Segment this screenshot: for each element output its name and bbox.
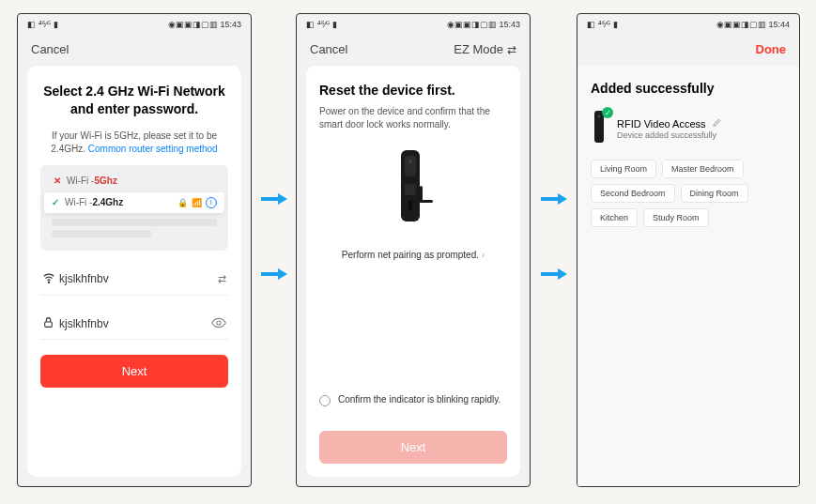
device-name: RFID Video Access <box>617 118 706 130</box>
device-row: ✓ RFID Video Access Device added success… <box>591 111 786 146</box>
radio-unchecked-icon[interactable] <box>319 395 331 406</box>
room-chip-list: Living RoomMaster BedroomSecond BedroomD… <box>591 160 786 227</box>
ssid-value: kjslkhfnbv <box>59 272 218 285</box>
main-card: Reset the device first. Power on the dev… <box>306 66 520 477</box>
room-chip[interactable]: Master Bedroom <box>662 160 744 178</box>
status-time: 15:43 <box>499 20 520 29</box>
eye-icon[interactable] <box>211 317 226 330</box>
svg-marker-15 <box>278 268 287 280</box>
swap-icon[interactable]: ⇄ <box>218 273 226 285</box>
device-image <box>319 150 507 237</box>
router-method-link[interactable]: Common router setting method <box>88 144 218 154</box>
svg-rect-1 <box>45 322 53 327</box>
lock-icon: 🔒 <box>177 198 188 207</box>
phone-screen-2: ◧ ⁴⁶⁄ᴳ ▮ ◉▣▣◨▢▥ 15:43 Cancel EZ Mode ⇄ R… <box>296 13 531 487</box>
password-field[interactable]: kjslkhfnbv <box>40 313 228 340</box>
success-check-icon: ✓ <box>602 107 613 118</box>
status-right-icons: ◉▣▣◨▢▥ <box>447 20 497 29</box>
next-button[interactable]: Next <box>40 355 228 388</box>
status-left-icons: ◧ ⁴⁶⁄ᴳ ▮ <box>27 20 58 29</box>
room-chip[interactable]: Second Bedroom <box>591 184 675 203</box>
status-bar: ◧ ⁴⁶⁄ᴳ ▮ ◉▣▣◨▢▥ 15:44 <box>577 14 799 35</box>
device-status: Device added successfully <box>617 130 786 140</box>
flow-arrow-icon <box>541 192 567 206</box>
cancel-button[interactable]: Cancel <box>310 42 357 56</box>
svg-point-0 <box>48 282 49 283</box>
info-icon: i <box>206 197 217 208</box>
svg-point-11 <box>598 115 601 118</box>
phone-screen-3: ◧ ⁴⁶⁄ᴳ ▮ ◉▣▣◨▢▥ 15:44 Done Added success… <box>577 13 800 487</box>
password-value: kjslkhfnbv <box>59 317 211 330</box>
next-button-disabled: Next <box>319 431 507 464</box>
status-left-icons: ◧ ⁴⁶⁄ᴳ ▮ <box>306 20 337 29</box>
wifi-signal-icon: 📶 <box>192 198 202 207</box>
svg-rect-9 <box>420 200 433 203</box>
svg-rect-6 <box>405 184 416 195</box>
x-icon: ✕ <box>54 176 61 186</box>
svg-point-2 <box>217 321 221 325</box>
wifi-icon <box>42 271 59 287</box>
chevron-right-icon: › <box>482 250 485 260</box>
status-time: 15:43 <box>220 20 241 29</box>
page-subtitle: If your Wi-Fi is 5GHz, please set it to … <box>40 130 228 156</box>
phone-screen-1: ◧ ⁴⁶⁄ᴳ ▮ ◉▣▣◨▢▥ 15:43 Cancel Select 2.4 … <box>17 13 252 487</box>
room-chip[interactable]: Dining Room <box>681 184 748 203</box>
svg-marker-13 <box>278 193 287 205</box>
nav-bar: Done <box>577 35 799 66</box>
pairing-instructions-link[interactable]: Perform net pairing as prompted. › <box>319 250 507 260</box>
ssid-field[interactable]: kjslkhfnbv ⇄ <box>40 267 228 296</box>
mode-selector[interactable]: EZ Mode ⇄ <box>454 42 516 56</box>
status-bar: ◧ ⁴⁶⁄ᴳ ▮ ◉▣▣◨▢▥ 15:43 <box>18 14 251 35</box>
lock-icon <box>42 316 59 331</box>
check-icon: ✓ <box>52 197 59 207</box>
wifi-5ghz-row: ✕ Wi-Fi - 5Ghz <box>46 171 223 191</box>
wifi-example-box: ✕ Wi-Fi - 5Ghz ✓ Wi-Fi - 2.4Ghz 🔒 📶 i <box>40 165 228 251</box>
flow-arrow-icon <box>261 267 287 281</box>
status-left-icons: ◧ ⁴⁶⁄ᴳ ▮ <box>587 20 618 29</box>
room-chip[interactable]: Living Room <box>591 160 656 178</box>
flow-arrow-icon <box>541 267 567 281</box>
swap-icon: ⇄ <box>507 43 516 56</box>
status-right-icons: ◉▣▣◨▢▥ <box>716 20 766 29</box>
svg-point-5 <box>408 160 412 163</box>
edit-icon[interactable] <box>712 117 722 130</box>
svg-marker-19 <box>558 268 567 280</box>
cancel-button[interactable]: Cancel <box>31 42 78 56</box>
main-card: Added successfully ✓ RFID Video Access D… <box>577 66 799 486</box>
nav-bar: Cancel <box>18 35 251 66</box>
room-chip[interactable]: Kitchen <box>591 208 638 227</box>
svg-marker-17 <box>558 193 567 205</box>
status-right-icons: ◉▣▣◨▢▥ <box>168 20 218 29</box>
nav-bar: Cancel EZ Mode ⇄ <box>297 35 530 66</box>
flow-arrow-icon <box>261 192 287 206</box>
device-thumbnail: ✓ <box>591 111 608 146</box>
svg-rect-4 <box>405 156 416 176</box>
page-title: Reset the device first. <box>319 83 507 98</box>
main-card: Select 2.4 GHz Wi-Fi Network and enter p… <box>27 66 241 477</box>
page-title: Select 2.4 GHz Wi-Fi Network and enter p… <box>40 83 228 118</box>
room-chip[interactable]: Study Room <box>643 208 709 227</box>
confirm-indicator-row[interactable]: Confirm the indicator is blinking rapidl… <box>319 394 507 406</box>
wifi-2-4ghz-row: ✓ Wi-Fi - 2.4Ghz 🔒 📶 i <box>44 192 224 213</box>
svg-rect-7 <box>408 201 412 210</box>
page-subtitle: Power on the device and confirm that the… <box>319 105 507 131</box>
page-title: Added successfully <box>591 81 786 96</box>
status-bar: ◧ ⁴⁶⁄ᴳ ▮ ◉▣▣◨▢▥ 15:43 <box>297 14 530 35</box>
status-time: 15:44 <box>768 20 790 29</box>
done-button[interactable]: Done <box>739 42 786 56</box>
